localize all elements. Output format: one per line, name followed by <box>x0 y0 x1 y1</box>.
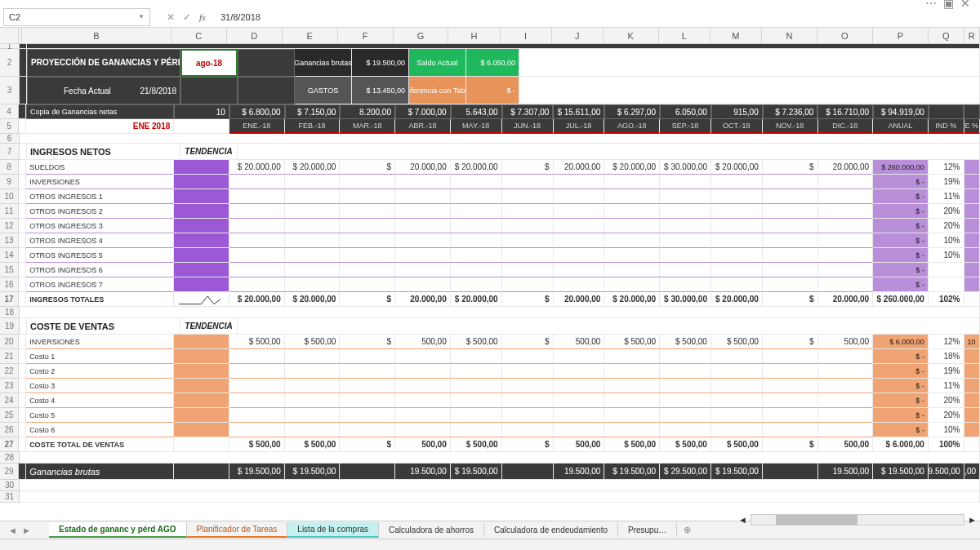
pct-cell[interactable]: 10% <box>929 423 964 437</box>
data-cell[interactable] <box>229 263 285 277</box>
data-cell[interactable] <box>818 349 874 364</box>
col-header-M[interactable]: M <box>710 28 762 43</box>
data-cell[interactable] <box>451 277 502 292</box>
data-cell[interactable] <box>502 349 554 364</box>
data-cell[interactable] <box>395 379 451 393</box>
pct-cell[interactable]: 10% <box>929 248 964 263</box>
fx-icon[interactable]: fx <box>199 12 206 22</box>
data-cell[interactable] <box>285 277 341 292</box>
data-cell[interactable] <box>818 393 874 408</box>
data-cell[interactable] <box>451 175 502 189</box>
data-cell[interactable] <box>818 423 874 437</box>
data-cell[interactable] <box>502 364 554 379</box>
data-cell[interactable] <box>660 349 711 364</box>
row-label[interactable]: Costo 1 <box>26 349 174 364</box>
data-cell[interactable]: $ 500,00 <box>711 335 763 349</box>
row-label[interactable]: SUELDOS <box>26 160 174 175</box>
data-cell[interactable] <box>554 204 605 219</box>
sheet-tab-estado[interactable]: Estado de gananc y pérd AGO <box>49 522 187 538</box>
data-cell[interactable] <box>451 408 502 423</box>
data-cell[interactable] <box>763 248 818 263</box>
data-cell[interactable] <box>818 175 874 189</box>
data-cell[interactable] <box>451 204 502 219</box>
data-cell[interactable]: $ 500,00 <box>285 335 341 349</box>
row-header-2[interactable]: 2 <box>0 49 20 77</box>
data-cell[interactable] <box>502 219 554 233</box>
data-cell[interactable] <box>395 248 451 263</box>
data-cell[interactable] <box>660 277 711 292</box>
data-cell[interactable] <box>604 393 660 408</box>
data-cell[interactable] <box>818 379 874 393</box>
data-cell[interactable] <box>340 233 395 248</box>
data-cell[interactable] <box>340 379 395 393</box>
data-cell[interactable] <box>763 219 818 233</box>
row-label[interactable]: Costo 4 <box>26 393 174 408</box>
pct-cell[interactable]: 19% <box>929 175 964 189</box>
row-header-4[interactable]: 4 <box>0 104 19 119</box>
data-cell[interactable] <box>451 263 502 277</box>
data-cell[interactable] <box>711 204 763 219</box>
data-cell[interactable] <box>818 219 874 233</box>
pct-cell[interactable]: 20% <box>929 408 964 423</box>
row-label[interactable]: OTROS INGRESOS 6 <box>26 263 174 277</box>
row-label[interactable]: INVERSIONES <box>26 175 174 189</box>
data-cell[interactable] <box>660 408 711 423</box>
data-cell[interactable] <box>340 349 395 364</box>
add-sheet-icon[interactable]: ⊕ <box>677 525 697 535</box>
data-cell[interactable] <box>604 248 660 263</box>
data-cell[interactable] <box>604 349 660 364</box>
row-header-5[interactable]: 5 <box>0 119 19 134</box>
data-cell[interactable] <box>554 175 605 189</box>
data-cell[interactable] <box>763 364 818 379</box>
pct-cell[interactable]: 11% <box>929 189 964 204</box>
annual-cell[interactable]: $ - <box>873 349 929 364</box>
data-cell[interactable] <box>502 408 554 423</box>
annual-cell[interactable]: $ - <box>873 379 929 393</box>
period-cell[interactable]: ago-18 <box>180 49 238 77</box>
pct-cell[interactable] <box>929 263 964 277</box>
data-cell[interactable] <box>711 379 763 393</box>
data-cell[interactable] <box>395 364 451 379</box>
data-cell[interactable] <box>340 423 395 437</box>
data-cell[interactable] <box>340 248 395 263</box>
col-header-K[interactable]: K <box>604 28 659 43</box>
pct-cell[interactable]: 12% <box>929 335 964 349</box>
annual-cell[interactable]: $ - <box>873 219 929 233</box>
data-cell[interactable] <box>554 277 605 292</box>
data-cell[interactable] <box>229 423 285 437</box>
row-label[interactable]: Costo 5 <box>26 408 174 423</box>
data-cell[interactable] <box>229 277 285 292</box>
pct-cell[interactable]: 20% <box>929 204 964 219</box>
data-cell[interactable] <box>502 263 554 277</box>
annual-cell[interactable]: $ - <box>873 233 929 248</box>
name-box-dropdown-icon[interactable]: ▼ <box>138 13 145 20</box>
row-header-7[interactable]: 7 <box>0 144 20 160</box>
annual-cell[interactable]: $ - <box>873 393 929 408</box>
data-cell[interactable]: 20.000,00 <box>395 160 451 175</box>
data-cell[interactable] <box>711 219 763 233</box>
col-header-G[interactable]: G <box>394 28 449 43</box>
data-cell[interactable]: $ 20.000,00 <box>451 160 502 175</box>
data-cell[interactable] <box>229 175 285 189</box>
data-cell[interactable] <box>660 204 711 219</box>
data-cell[interactable] <box>711 349 763 364</box>
tab-nav-next-icon[interactable]: ► <box>22 526 31 535</box>
data-cell[interactable] <box>229 219 285 233</box>
data-cell[interactable] <box>229 233 285 248</box>
horizontal-scrollbar[interactable]: ◄ ► <box>735 512 980 527</box>
data-cell[interactable] <box>285 408 341 423</box>
data-cell[interactable] <box>451 379 502 393</box>
data-cell[interactable] <box>451 219 502 233</box>
pct-cell[interactable]: 19% <box>929 364 964 379</box>
data-cell[interactable] <box>711 189 763 204</box>
data-cell[interactable]: $ <box>502 160 554 175</box>
data-cell[interactable] <box>818 263 874 277</box>
data-cell[interactable]: $ 500,00 <box>660 335 711 349</box>
data-cell[interactable] <box>763 204 818 219</box>
pct-cell[interactable]: 20% <box>929 393 964 408</box>
annual-cell[interactable]: $ - <box>873 364 929 379</box>
data-cell[interactable] <box>554 393 605 408</box>
data-cell[interactable] <box>604 263 660 277</box>
data-cell[interactable] <box>502 277 554 292</box>
data-cell[interactable] <box>554 423 605 437</box>
